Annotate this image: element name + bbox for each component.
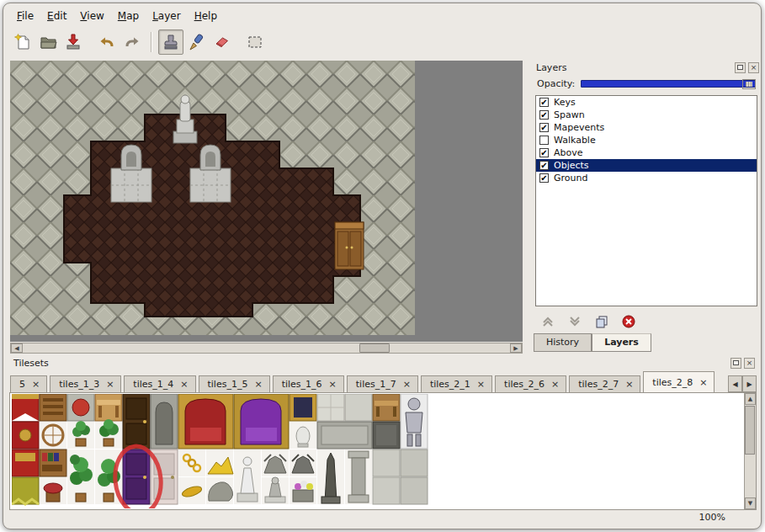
brush-tool-button[interactable]: [183, 29, 209, 55]
tile-spinning-wheel[interactable]: [40, 422, 66, 449]
close-tab-icon[interactable]: ×: [329, 379, 337, 390]
opacity-slider-handle[interactable]: [742, 79, 756, 89]
scroll-left-icon[interactable]: ◀: [11, 343, 23, 353]
tile-green-banner[interactable]: [12, 477, 39, 504]
tab-layers[interactable]: Layers: [592, 333, 651, 352]
checkbox[interactable]: ✔: [539, 148, 549, 157]
layer-row-mapevents[interactable]: ✔ Mapevents: [536, 121, 757, 134]
new-button[interactable]: [10, 29, 35, 55]
tabs-scroll-right-icon[interactable]: ▶: [742, 375, 757, 392]
vscroll-thumb[interactable]: [745, 406, 755, 455]
tileset-tab[interactable]: tiles_2_7 ×: [569, 375, 640, 392]
layer-row-keys[interactable]: ✔ Keys: [536, 96, 757, 109]
tileset-tab[interactable]: tiles_1_3 ×: [50, 375, 121, 392]
tile-gold-chain[interactable]: [178, 450, 205, 476]
menu-layer[interactable]: Layer: [146, 8, 187, 24]
tab-history[interactable]: History: [534, 333, 592, 352]
menu-help[interactable]: Help: [188, 8, 224, 24]
tile-gargoyle-dark[interactable]: [290, 450, 316, 476]
tileset-tab[interactable]: tiles_1_4 ×: [124, 375, 195, 392]
tileset-tiles[interactable]: [12, 394, 466, 508]
tileset-content[interactable]: ▲ ▼: [9, 392, 757, 510]
tile-bookshelf[interactable]: [40, 450, 66, 476]
scroll-right-icon[interactable]: ▶: [510, 343, 522, 353]
layer-row-above[interactable]: ✔ Above: [536, 146, 757, 159]
tile-white-statue[interactable]: [234, 450, 261, 504]
tile-white-vase[interactable]: [290, 422, 316, 449]
close-tab-icon[interactable]: ×: [106, 379, 114, 390]
tile-red-bowl[interactable]: [40, 477, 66, 504]
close-tab-icon[interactable]: ×: [180, 379, 188, 390]
close-tab-icon[interactable]: ×: [477, 379, 485, 390]
scroll-down-icon[interactable]: ▼: [745, 497, 756, 509]
duplicate-layer-icon[interactable]: [595, 315, 608, 328]
tile-tall-plant[interactable]: [67, 450, 94, 504]
tile-gold-pile[interactable]: [206, 450, 233, 476]
stamp-tool-button[interactable]: [158, 29, 183, 55]
checkbox[interactable]: ✔: [539, 123, 549, 132]
layer-row-walkable[interactable]: Walkable: [536, 134, 757, 146]
layer-row-spawn[interactable]: ✔ Spawn: [536, 109, 757, 121]
tile-light-block[interactable]: [345, 394, 372, 421]
layer-row-ground[interactable]: ✔ Ground: [536, 172, 757, 184]
tile-red-seal[interactable]: [67, 394, 94, 421]
menu-file[interactable]: File: [10, 8, 40, 24]
move-layer-down-icon[interactable]: [568, 315, 582, 328]
close-tab-icon[interactable]: ×: [699, 377, 707, 388]
checkbox[interactable]: ✔: [539, 173, 549, 183]
checkbox[interactable]: ✔: [539, 98, 549, 107]
tile-potted-plant[interactable]: [67, 421, 94, 449]
undo-button[interactable]: [94, 29, 120, 55]
tile-portrait[interactable]: [290, 394, 316, 421]
tile-loom[interactable]: [40, 394, 66, 421]
close-tab-icon[interactable]: ×: [32, 379, 40, 390]
tile-purple-door[interactable]: [123, 450, 150, 504]
tile-dark-crate[interactable]: [373, 422, 400, 449]
checkbox[interactable]: ✔: [539, 161, 549, 170]
tileset-tab[interactable]: tiles_1_7 ×: [347, 375, 418, 392]
tile-potted-plant[interactable]: [95, 419, 122, 449]
tile-angel-statue[interactable]: [262, 477, 289, 504]
tile-purple-throne[interactable]: [234, 394, 289, 449]
checkbox[interactable]: ✔: [539, 110, 549, 120]
hscroll-thumb[interactable]: [359, 343, 390, 353]
open-button[interactable]: [35, 29, 61, 55]
eraser-tool-button[interactable]: [209, 29, 234, 55]
menu-map[interactable]: Map: [111, 8, 146, 24]
menu-view[interactable]: View: [73, 8, 110, 24]
save-button[interactable]: [61, 29, 86, 55]
tile-bench[interactable]: [373, 394, 400, 421]
tile-pillar[interactable]: [345, 450, 372, 504]
float-panel-button[interactable]: [735, 62, 746, 73]
checkbox[interactable]: [539, 136, 549, 145]
close-panel-button[interactable]: ×: [744, 358, 755, 369]
select-tool-button[interactable]: [242, 29, 268, 55]
layer-row-objects[interactable]: ✔ Objects: [536, 159, 757, 172]
menu-edit[interactable]: Edit: [40, 8, 73, 24]
tile-gold-horn[interactable]: [178, 477, 205, 504]
float-panel-button[interactable]: [730, 358, 741, 369]
tile-obelisk[interactable]: [317, 450, 344, 504]
tile-stone-gate[interactable]: [151, 394, 178, 449]
tile-table[interactable]: [95, 394, 122, 421]
tileset-tab[interactable]: tiles_1_6 ×: [273, 375, 344, 392]
tile-red-banner-2[interactable]: [12, 422, 39, 449]
tile-floor-gray[interactable]: [373, 450, 400, 476]
canvas-hscrollbar[interactable]: ◀ ▶: [10, 343, 523, 354]
close-tab-icon[interactable]: ×: [254, 379, 262, 390]
tileset-tab[interactable]: 5 ×: [10, 375, 47, 392]
close-tab-icon[interactable]: ×: [625, 379, 633, 390]
close-tab-icon[interactable]: ×: [403, 379, 411, 390]
tileset-vscrollbar[interactable]: ▲ ▼: [744, 393, 756, 509]
tile-dark-cabinet[interactable]: [123, 394, 150, 449]
tileset-tab[interactable]: tiles_1_5 ×: [199, 375, 270, 392]
scroll-up-icon[interactable]: ▲: [745, 393, 756, 405]
tile-flower-planter[interactable]: [290, 477, 316, 504]
close-panel-button[interactable]: ×: [748, 62, 759, 73]
tile-armor[interactable]: [401, 394, 428, 449]
tileset-tab-active[interactable]: tiles_2_8 ×: [643, 371, 715, 392]
tileset-tab[interactable]: tiles_2_1 ×: [421, 375, 492, 392]
tile-floor-gray[interactable]: [373, 477, 400, 504]
tabs-scroll-left-icon[interactable]: ◀: [728, 375, 742, 392]
move-layer-up-icon[interactable]: [541, 315, 555, 328]
